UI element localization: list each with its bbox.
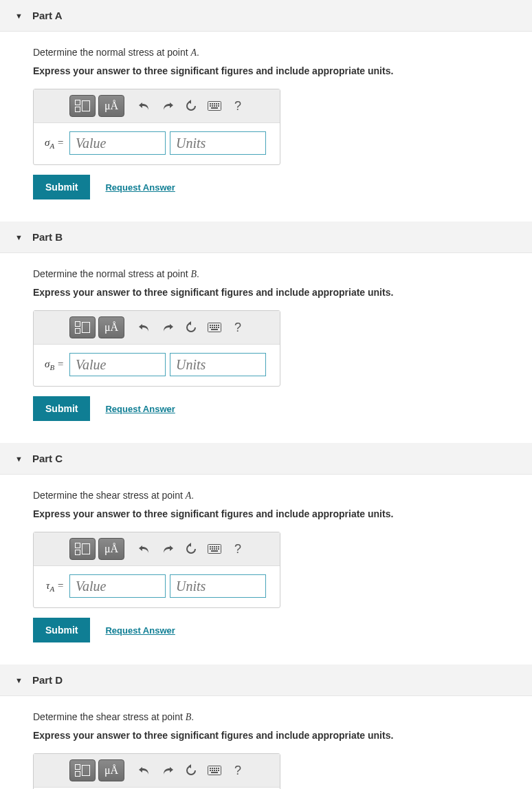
help-button[interactable]: ? — [228, 760, 248, 781]
svg-rect-21 — [216, 327, 217, 328]
svg-rect-13 — [210, 325, 211, 326]
svg-rect-45 — [216, 770, 217, 771]
instruction-text: Express your answer to three significant… — [33, 287, 525, 298]
part-header[interactable]: ▼Part A — [0, 0, 532, 32]
part-header[interactable]: ▼Part B — [0, 221, 532, 253]
redo-icon — [162, 543, 174, 554]
request-answer-link[interactable]: Request Answer — [105, 625, 175, 636]
svg-rect-16 — [216, 325, 217, 326]
reset-button[interactable] — [181, 96, 201, 116]
answer-toolbar: μÅ? — [34, 754, 280, 788]
redo-button[interactable] — [157, 760, 178, 781]
svg-rect-6 — [210, 105, 211, 107]
part-title: Part C — [32, 453, 63, 464]
request-answer-link[interactable]: Request Answer — [105, 404, 175, 414]
prompt-period: . — [191, 490, 194, 501]
template-icon — [75, 321, 90, 334]
keyboard-button[interactable] — [204, 317, 225, 338]
units-picker-button[interactable]: μÅ — [98, 316, 124, 338]
svg-rect-37 — [210, 768, 211, 769]
svg-rect-46 — [218, 770, 219, 771]
value-input[interactable] — [69, 574, 166, 598]
request-answer-link[interactable]: Request Answer — [105, 182, 175, 193]
undo-icon — [138, 100, 151, 111]
svg-rect-42 — [210, 770, 211, 771]
prompt-text: Determine the normal stress at point — [33, 268, 191, 279]
instruction-text: Express your answer to three significant… — [33, 65, 525, 76]
svg-rect-40 — [216, 768, 217, 769]
units-input[interactable] — [170, 353, 266, 376]
keyboard-icon — [208, 101, 221, 111]
value-input[interactable] — [69, 131, 166, 155]
svg-rect-35 — [211, 550, 218, 552]
prompt-text: Determine the shear stress at point — [33, 490, 186, 501]
part-section: ▼Part BDetermine the normal stress at po… — [0, 221, 532, 443]
help-button[interactable]: ? — [228, 96, 248, 116]
prompt-period: . — [197, 47, 199, 58]
part-body: Determine the shear stress at point A.Ex… — [0, 475, 532, 664]
units-picker-button[interactable]: μÅ — [98, 95, 124, 117]
redo-button[interactable] — [157, 317, 178, 338]
answer-box: μÅ?τA = — [33, 532, 280, 608]
redo-button[interactable] — [157, 96, 178, 116]
input-row: σA = — [34, 123, 280, 164]
submit-button[interactable]: Submit — [33, 396, 90, 421]
svg-rect-32 — [214, 548, 215, 550]
svg-rect-8 — [214, 105, 215, 107]
variable-subscript: A — [49, 585, 54, 593]
reset-button[interactable] — [181, 317, 201, 338]
redo-icon — [162, 765, 174, 776]
variable-label: σA = — [41, 137, 64, 150]
undo-icon — [138, 765, 151, 776]
help-button[interactable]: ? — [228, 539, 248, 559]
submit-button[interactable]: Submit — [33, 618, 90, 642]
collapse-caret-icon: ▼ — [15, 455, 23, 463]
svg-rect-11 — [211, 107, 218, 109]
question-prompt: Determine the shear stress at point A. — [33, 490, 525, 501]
redo-button[interactable] — [157, 539, 178, 559]
units-picker-button[interactable]: μÅ — [98, 538, 124, 560]
keyboard-button[interactable] — [204, 96, 225, 116]
undo-icon — [138, 322, 151, 333]
reset-icon — [185, 543, 197, 555]
template-button[interactable] — [69, 316, 96, 338]
collapse-caret-icon: ▼ — [15, 233, 23, 241]
value-input[interactable] — [69, 353, 166, 376]
submit-button[interactable]: Submit — [33, 175, 90, 199]
answer-toolbar: μÅ? — [34, 532, 280, 566]
undo-button[interactable] — [134, 760, 155, 781]
units-picker-button[interactable]: μÅ — [98, 759, 124, 781]
collapse-caret-icon: ▼ — [15, 676, 23, 684]
svg-rect-39 — [214, 768, 215, 769]
part-body: Determine the normal stress at point A.E… — [0, 32, 532, 221]
reset-button[interactable] — [181, 539, 201, 559]
undo-button[interactable] — [134, 539, 155, 559]
undo-button[interactable] — [134, 96, 155, 116]
instruction-text: Express your answer to three significant… — [33, 730, 525, 741]
reset-button[interactable] — [181, 760, 201, 781]
units-input[interactable] — [170, 574, 266, 598]
svg-rect-33 — [216, 548, 217, 550]
part-header[interactable]: ▼Part C — [0, 443, 532, 475]
answer-box: μÅ?τB = — [33, 753, 280, 789]
svg-rect-7 — [212, 105, 213, 107]
template-icon — [75, 100, 90, 112]
template-button[interactable] — [69, 759, 96, 781]
help-button[interactable]: ? — [228, 317, 248, 338]
svg-rect-43 — [212, 770, 213, 771]
template-button[interactable] — [69, 95, 96, 117]
svg-rect-44 — [214, 770, 215, 771]
svg-rect-47 — [211, 772, 218, 773]
keyboard-button[interactable] — [204, 539, 225, 559]
keyboard-button[interactable] — [204, 760, 225, 781]
undo-button[interactable] — [134, 317, 155, 338]
question-prompt: Determine the normal stress at point A. — [33, 47, 525, 58]
units-input[interactable] — [170, 131, 266, 155]
svg-rect-14 — [212, 325, 213, 326]
svg-rect-10 — [218, 105, 219, 107]
part-header[interactable]: ▼Part D — [0, 664, 532, 696]
reset-icon — [185, 764, 197, 777]
keyboard-icon — [208, 323, 221, 332]
svg-rect-18 — [210, 327, 211, 328]
template-button[interactable] — [69, 538, 96, 560]
